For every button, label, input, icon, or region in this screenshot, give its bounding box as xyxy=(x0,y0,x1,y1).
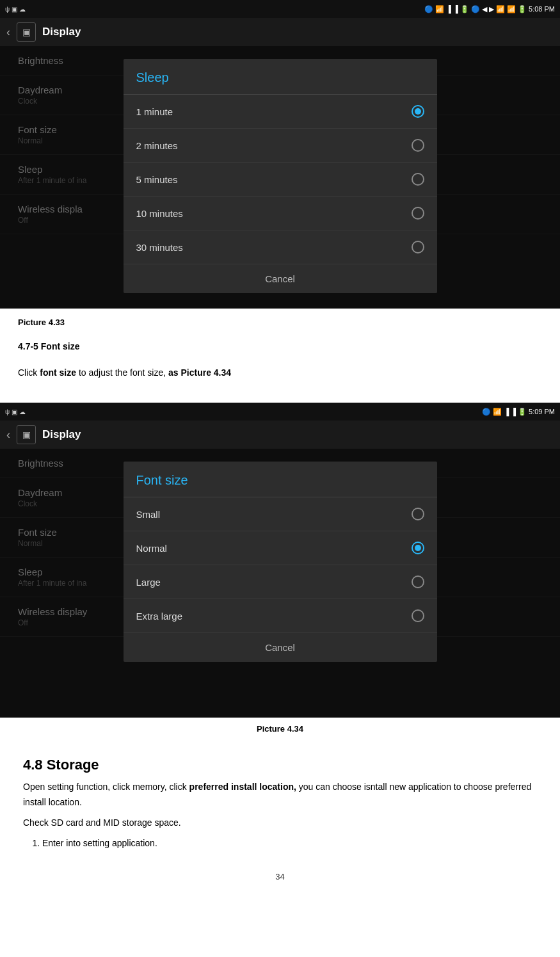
list-item-1: Enter into setting application. xyxy=(42,836,537,851)
sleep-dialog: Sleep 1 minute 2 minutes 5 minutes 10 m xyxy=(124,59,437,293)
signal-icon-2: ▐ xyxy=(453,5,458,13)
fontsize-option-normal[interactable]: Normal xyxy=(124,531,437,565)
bluetooth-icon: 🔵 xyxy=(424,5,433,13)
section-48-list: Enter into setting application. xyxy=(42,836,537,851)
sleep-radio-2min[interactable] xyxy=(412,139,424,152)
bottom-doc-section: Picture 4.34 4.8 Storage Open setting fu… xyxy=(0,718,560,864)
fontsize-large-label: Large xyxy=(136,577,161,588)
bold-text-2: as Picture 4.34 xyxy=(168,367,231,378)
sleep-radio-10min[interactable] xyxy=(412,207,424,220)
wifi-icon: 📶 xyxy=(435,5,444,13)
sleep-cancel-button[interactable]: Cancel xyxy=(124,264,437,293)
status-icons-left-1: ψ ▣ ☁ xyxy=(5,6,26,13)
picture-label-1: Picture 4.33 xyxy=(18,318,542,327)
fontsize-cancel-button[interactable]: Cancel xyxy=(124,633,437,662)
fontsize-dialog: Font size Small Normal Large Extra larg xyxy=(124,462,437,662)
section-body-475: Click font size to adjust the font size,… xyxy=(18,366,542,380)
sleep-dialog-title: Sleep xyxy=(124,59,437,95)
section-48-body1: Open setting function, click memory, cli… xyxy=(23,780,537,810)
battery-icon-2: 🔋 xyxy=(518,408,527,416)
battery-icon: 🔋 xyxy=(460,5,469,13)
screenshot-1: ψ ▣ ☁ 🔵 📶 ▐ ▐ 🔋 🔵 ◀ ▶ 📶 📶 🔋 5:08 PM ‹ ▣ … xyxy=(0,0,560,309)
fontsize-radio-normal-inner xyxy=(415,545,421,551)
section-48-title: 4.8 Storage xyxy=(23,757,537,773)
sleep-option-2min-label: 2 minutes xyxy=(136,140,178,151)
bluetooth-icon-2: 🔵 xyxy=(482,408,491,416)
fontsize-radio-large[interactable] xyxy=(412,575,424,588)
display-icon-2: ▣ xyxy=(17,425,36,444)
fontsize-option-large[interactable]: Large xyxy=(124,565,437,599)
status-icons-right-1: 🔵 📶 ▐ ▐ 🔋 🔵 ◀ ▶ 📶 📶 🔋 5:08 PM xyxy=(424,5,555,13)
sleep-option-1min-label: 1 minute xyxy=(136,106,173,117)
display-icon-1: ▣ xyxy=(17,22,36,42)
status-icons-left-2: ψ ▣ ☁ xyxy=(5,408,26,415)
fontsize-radio-small[interactable] xyxy=(412,508,424,520)
screenshot-2: ψ ▣ ☁ 🔵 📶 ▐ ▐ 🔋 5:09 PM ‹ ▣ Display Brig… xyxy=(0,403,560,718)
picture-label-2: Picture 4.34 xyxy=(23,724,537,734)
nav-bar-2: ‹ ▣ Display xyxy=(0,421,560,449)
sleep-option-30min[interactable]: 30 minutes xyxy=(124,230,437,264)
status-bar-1: ψ ▣ ☁ 🔵 📶 ▐ ▐ 🔋 🔵 ◀ ▶ 📶 📶 🔋 5:08 PM xyxy=(0,0,560,18)
sleep-option-5min-label: 5 minutes xyxy=(136,174,178,185)
bold-text-1: font size xyxy=(40,367,76,378)
signal-icon-2a: ▐ xyxy=(504,408,509,415)
doc-section-1: Picture 4.33 4.7-5 Font size Click font … xyxy=(0,309,560,403)
sleep-option-10min[interactable]: 10 minutes xyxy=(124,197,437,230)
sleep-option-10min-label: 10 minutes xyxy=(136,208,183,219)
wifi-icon-2: 📶 xyxy=(493,408,502,416)
page-number: 34 xyxy=(0,864,560,889)
section-48-body2: Check SD card and MID storage space. xyxy=(23,816,537,831)
back-button-1[interactable]: ‹ xyxy=(6,26,10,39)
nav-bar-1: ‹ ▣ Display xyxy=(0,18,560,46)
sleep-radio-1min-inner xyxy=(415,108,421,115)
section-head-475: 4.7-5 Font size xyxy=(18,341,542,351)
fontsize-radio-extralarge[interactable] xyxy=(412,609,424,622)
sleep-option-1min[interactable]: 1 minute xyxy=(124,95,437,129)
status-bar-2: ψ ▣ ☁ 🔵 📶 ▐ ▐ 🔋 5:09 PM xyxy=(0,403,560,421)
back-button-2[interactable]: ‹ xyxy=(6,428,10,442)
sleep-radio-1min[interactable] xyxy=(412,105,424,118)
fontsize-dialog-title: Font size xyxy=(124,462,437,497)
fontsize-option-small[interactable]: Small xyxy=(124,497,437,531)
dialog-overlay-2: Font size Small Normal Large Extra larg xyxy=(0,449,560,718)
fontsize-radio-normal[interactable] xyxy=(412,542,424,554)
sleep-option-5min[interactable]: 5 minutes xyxy=(124,163,437,197)
fontsize-normal-label: Normal xyxy=(136,543,167,554)
sleep-radio-5min[interactable] xyxy=(412,173,424,186)
time-display-2: 5:09 PM xyxy=(529,408,555,415)
settings-screen-2: Brightness Daydream Clock Font size Norm… xyxy=(0,449,560,718)
nav-title-2: Display xyxy=(42,428,81,441)
settings-screen-1: Brightness Daydream Clock Font size Norm… xyxy=(0,46,560,309)
body-text-1: Click xyxy=(18,367,40,378)
bold-preferred: preferred install location, xyxy=(189,782,296,792)
sleep-option-30min-label: 30 minutes xyxy=(136,242,183,253)
fontsize-small-label: Small xyxy=(136,509,161,520)
dialog-overlay-1: Sleep 1 minute 2 minutes 5 minutes 10 m xyxy=(0,46,560,309)
sleep-option-2min[interactable]: 2 minutes xyxy=(124,129,437,163)
signal-icon-2b: ▐ xyxy=(511,408,516,415)
status-icons-right-2: 🔵 📶 ▐ ▐ 🔋 5:09 PM xyxy=(482,408,555,416)
sleep-radio-30min[interactable] xyxy=(412,241,424,253)
time-display-1: 🔵 ◀ ▶ 📶 📶 🔋 5:08 PM xyxy=(471,5,555,13)
fontsize-option-extralarge[interactable]: Extra large xyxy=(124,599,437,633)
fontsize-extralarge-label: Extra large xyxy=(136,611,183,622)
nav-title-1: Display xyxy=(42,26,81,38)
body-text-2: to adjust the font size, xyxy=(76,367,168,378)
signal-icon-1: ▐ xyxy=(446,5,451,13)
